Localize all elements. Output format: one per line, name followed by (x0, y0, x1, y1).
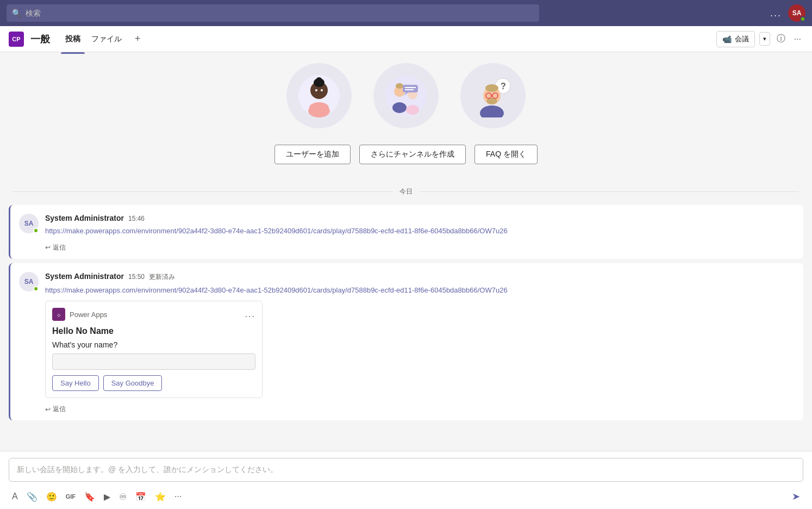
reply-icon-2: ↩ (45, 406, 51, 413)
camera-icon: 📹 (722, 35, 732, 44)
search-container[interactable]: 🔍 (7, 4, 539, 22)
powerapps-name: Power Apps (70, 311, 107, 319)
topbar-more-button[interactable]: ... (770, 8, 782, 19)
compose-toolbar: A 📎 🙂 GIF 🔖 ▶ ♾ 📅 ⭐ ··· ➤ (9, 486, 803, 507)
powerapps-card-header: ⬦ Power Apps ... (52, 308, 255, 321)
illustration-3: ? (460, 63, 526, 128)
message-time-2: 15:50 (128, 273, 145, 281)
message-thread-1: SA System Administrator 15:46 https://ma… (9, 205, 803, 259)
powerapps-icon: ⬦ (52, 308, 65, 321)
svg-point-10 (396, 83, 403, 89)
top-bar: 🔍 ... SA (0, 0, 812, 26)
powerapps-brand: ⬦ Power Apps (52, 308, 107, 321)
svg-point-7 (309, 102, 329, 113)
status-dot (800, 16, 805, 22)
say-goodbye-button[interactable]: Say Goodbye (103, 375, 163, 391)
message-updated-2: 更新済み (149, 272, 175, 282)
info-button[interactable]: ⓘ (774, 31, 788, 47)
schedule-button[interactable]: 📅 (132, 489, 149, 504)
card-title: Hello No Name (52, 326, 255, 336)
channel-tabs: 投稿 ファイル (61, 32, 126, 46)
action-buttons: ユーザーを追加 さらにチャンネルを作成 FAQ を開く (274, 145, 538, 164)
compose-more-button[interactable]: ··· (171, 489, 185, 504)
channel-header-right: 📹 会議 ▾ ⓘ ··· (716, 31, 803, 47)
reply-icon-1: ↩ (45, 244, 51, 251)
message-sender-2: System Administrator (45, 272, 124, 281)
message-avatar-2: SA (19, 272, 39, 291)
gif-button[interactable]: GIF (63, 491, 79, 502)
meet-now-button[interactable]: ▶ (101, 489, 114, 504)
emoji-button[interactable]: 🙂 (43, 489, 60, 504)
top-bar-right: ... SA (770, 4, 805, 22)
svg-point-28 (485, 84, 498, 92)
welcome-section: ? (0, 52, 812, 181)
channel-header: CP 一般 投稿 ファイル + 📹 会議 ▾ ⓘ ··· (0, 26, 812, 52)
welcome-illustrations: ? (286, 63, 526, 128)
svg-point-18 (406, 105, 419, 115)
user-avatar[interactable]: SA (788, 4, 805, 22)
card-question: What's your name? (52, 340, 255, 349)
card-buttons: Say Hello Say Goodbye (52, 375, 255, 391)
svg-point-5 (315, 89, 317, 91)
message-body-1: System Administrator 15:46 https://make.… (45, 214, 795, 254)
add-user-button[interactable]: ユーザーを追加 (274, 145, 351, 164)
sticker-button[interactable]: 🔖 (81, 489, 98, 504)
message-link-1[interactable]: https://make.powerapps.com/environment/9… (45, 226, 795, 237)
message-header-2: System Administrator 15:50 更新済み (45, 272, 795, 282)
channel-more-button[interactable]: ··· (792, 32, 803, 46)
create-channel-button[interactable]: さらにチャンネルを作成 (359, 145, 466, 164)
main-content: ? (0, 52, 812, 509)
message-body-2: System Administrator 15:50 更新済み https://… (45, 272, 795, 417)
meet-button[interactable]: 📹 会議 (716, 31, 755, 47)
open-faq-button[interactable]: FAQ を開く (474, 145, 538, 164)
attach-button[interactable]: 📎 (23, 489, 41, 504)
svg-text:?: ? (501, 82, 506, 91)
reply-button-2[interactable]: ↩ 返信 (45, 402, 795, 416)
message-avatar-1: SA (19, 214, 39, 233)
tab-files[interactable]: ファイル (87, 32, 126, 46)
messages-area[interactable]: ? (0, 52, 812, 451)
say-hello-button[interactable]: Say Hello (52, 375, 99, 391)
search-input[interactable] (26, 9, 534, 17)
channel-icon: CP (9, 32, 24, 47)
reply-button-1[interactable]: ↩ 返信 (45, 241, 795, 254)
svg-rect-13 (403, 85, 418, 92)
search-icon: 🔍 (12, 9, 21, 17)
card-more-button[interactable]: ... (245, 309, 255, 319)
compose-box[interactable]: 新しい会話を開始します。@ を入力して、誰かにメンションしてください。 (9, 458, 803, 482)
add-tab-button[interactable]: + (133, 31, 143, 47)
date-divider: 今日 (0, 181, 812, 203)
loop-button[interactable]: ♾ (116, 489, 130, 504)
message-thread-2: SA System Administrator 15:50 更新済み https… (9, 263, 803, 421)
avatar-status-dot-2 (33, 286, 39, 291)
compose-area: 新しい会話を開始します。@ を入力して、誰かにメンションしてください。 A 📎 … (0, 451, 812, 509)
message-header-1: System Administrator 15:46 (45, 214, 795, 222)
tab-posts[interactable]: 投稿 (61, 32, 85, 46)
channel-name: 一般 (30, 33, 50, 46)
praise-button[interactable]: ⭐ (152, 489, 169, 504)
illustration-1 (286, 63, 352, 128)
svg-point-17 (392, 102, 407, 113)
powerapps-card: ⬦ Power Apps ... Hello No Name What's yo… (45, 301, 263, 398)
send-button[interactable]: ➤ (789, 488, 803, 505)
card-name-input[interactable] (52, 353, 255, 370)
meet-chevron-button[interactable]: ▾ (759, 32, 770, 46)
svg-point-4 (316, 77, 322, 84)
message-link-2[interactable]: https://make.powerapps.com/environment/9… (45, 285, 795, 296)
message-sender-1: System Administrator (45, 214, 124, 222)
avatar-status-dot-1 (33, 228, 39, 233)
format-button[interactable]: A (9, 489, 21, 504)
illustration-2 (373, 63, 439, 128)
svg-point-8 (385, 75, 427, 116)
message-time-1: 15:46 (128, 215, 145, 222)
svg-point-6 (321, 89, 323, 91)
